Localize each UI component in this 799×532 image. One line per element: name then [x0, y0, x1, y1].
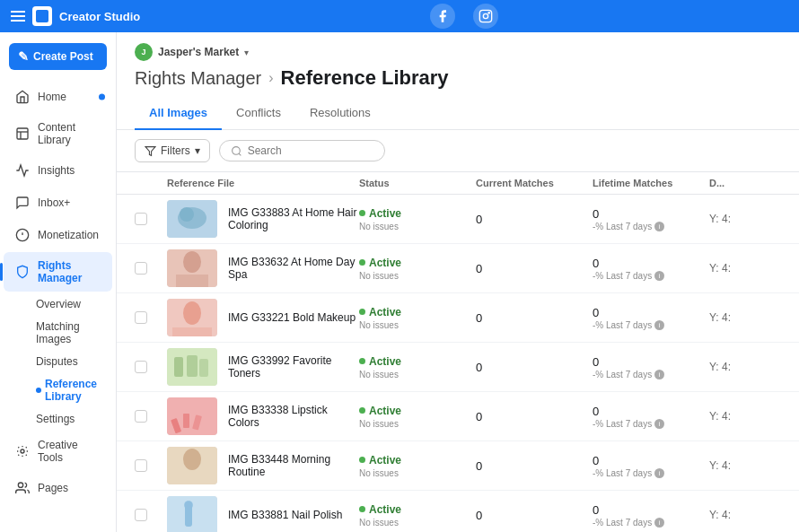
status-active: Active: [359, 405, 476, 417]
row-checkbox[interactable]: [135, 311, 147, 324]
row-checkbox[interactable]: [135, 213, 147, 225]
sidebar-item-rights-manager[interactable]: Rights Manager: [4, 252, 112, 292]
tab-conflicts[interactable]: Conflicts: [222, 99, 295, 130]
sidebar-item-monetization[interactable]: Monetization: [4, 220, 112, 250]
lifetime-matches-cell: 0 -% Last 7 days i: [593, 355, 709, 379]
facebook-nav-button[interactable]: [430, 4, 455, 29]
ref-name: IMG G33992 Favorite Toners: [228, 354, 359, 379]
row-checkbox-wrap: [135, 459, 167, 472]
thumbnail: [167, 397, 217, 435]
status-active: Active: [359, 306, 476, 318]
sub-item-settings[interactable]: Settings: [29, 408, 112, 430]
status-active: Active: [359, 503, 476, 516]
tab-all-images[interactable]: All Images: [135, 99, 222, 130]
sub-item-disputes[interactable]: Disputes: [29, 351, 112, 372]
info-icon[interactable]: i: [654, 320, 664, 330]
sidebar-pages-label: Pages: [38, 482, 68, 494]
svg-point-9: [21, 449, 24, 453]
no-issues-label: No issues: [359, 222, 476, 231]
row-checkbox[interactable]: [135, 459, 147, 472]
info-icon[interactable]: i: [654, 370, 664, 379]
brand-dropdown-icon[interactable]: ▾: [244, 48, 249, 57]
row-checkbox[interactable]: [135, 410, 147, 423]
lifetime-matches-num: 0: [593, 207, 709, 221]
lifetime-matches-num: 0: [593, 355, 709, 369]
svg-point-10: [18, 483, 22, 487]
lifetime-matches-cell: 0 -% Last 7 days i: [593, 503, 709, 528]
svg-rect-22: [172, 327, 212, 336]
tabs: All Images Conflicts Resolutions: [135, 99, 781, 129]
sidebar-monetization-label: Monetization: [38, 229, 99, 241]
svg-rect-25: [187, 355, 198, 377]
ref-file-cell: IMG G33992 Favorite Toners: [167, 348, 359, 386]
breadcrumb-rights-manager[interactable]: Rights Manager: [135, 68, 261, 89]
current-matches-num: 0: [476, 459, 593, 473]
svg-point-18: [183, 251, 201, 273]
sidebar-item-insights[interactable]: Insights: [4, 155, 112, 186]
table-header: Reference File Status Current Matches Li…: [117, 172, 799, 195]
info-icon[interactable]: i: [654, 419, 664, 429]
ref-name: IMG B33632 At Home Day Spa: [228, 256, 359, 281]
status-cell: Active No issues: [359, 306, 476, 330]
date-cell: Y: 4:: [709, 262, 781, 275]
th-lifetime: Lifetime Matches: [593, 178, 709, 188]
date-cell: Y: 4:: [709, 509, 781, 521]
row-checkbox[interactable]: [135, 361, 147, 373]
search-icon: [231, 145, 242, 157]
sub-item-overview[interactable]: Overview: [29, 293, 112, 315]
breadcrumb: Rights Manager › Reference Library: [135, 66, 781, 90]
tab-resolutions[interactable]: Resolutions: [295, 99, 385, 130]
lifetime-matches-sub: -% Last 7 days i: [593, 370, 709, 379]
main-content: J Jasper's Market ▾ Rights Manager › Ref…: [117, 32, 799, 532]
status-label: Active: [369, 306, 401, 318]
row-checkbox-wrap: [135, 213, 167, 225]
thumbnail: [167, 447, 217, 484]
current-matches-num: 0: [476, 213, 593, 226]
status-active: Active: [359, 355, 476, 368]
info-icon[interactable]: i: [654, 222, 664, 231]
table-row: IMG G33992 Favorite Toners Active No iss…: [117, 343, 799, 392]
row-checkbox-wrap: [135, 509, 167, 521]
status-dot: [359, 506, 365, 512]
ref-file-cell: IMG B33632 At Home Day Spa: [167, 249, 359, 287]
sub-item-reference-library[interactable]: Reference Library: [29, 373, 112, 407]
sub-item-matching-images[interactable]: Matching Images: [29, 316, 112, 350]
plus-icon: ✎: [18, 49, 29, 64]
sidebar-item-pages[interactable]: Pages: [4, 473, 112, 503]
table-row: IMG B33448 Morning Routine Active No iss…: [117, 441, 799, 491]
current-matches-cell: 0: [476, 213, 593, 226]
app-body: ✎ Create Post Home Content Library Insig…: [0, 32, 799, 532]
sidebar-item-home[interactable]: Home: [4, 82, 112, 112]
monetization-icon: [14, 227, 31, 243]
row-checkbox[interactable]: [135, 262, 147, 275]
instagram-nav-button[interactable]: [473, 4, 498, 29]
create-post-button[interactable]: ✎ Create Post: [9, 43, 107, 70]
search-wrap: [219, 140, 385, 161]
date-cell: Y: 4:: [709, 410, 781, 423]
row-checkbox-wrap: [135, 311, 167, 324]
search-input[interactable]: [248, 144, 373, 157]
svg-line-13: [239, 153, 241, 155]
table-row: IMG B33338 Lipstick Colors Active No iss…: [117, 392, 799, 441]
hamburger-menu[interactable]: [11, 11, 25, 22]
info-icon[interactable]: i: [654, 468, 664, 478]
row-checkbox[interactable]: [135, 509, 147, 521]
info-icon[interactable]: i: [654, 271, 664, 281]
sidebar: ✎ Create Post Home Content Library Insig…: [0, 32, 117, 532]
thumbnail: [167, 299, 217, 336]
sidebar-item-content-library[interactable]: Content Library: [4, 114, 112, 153]
svg-rect-24: [174, 357, 183, 377]
ref-file-cell: IMG G33883 At Home Hair Coloring: [167, 200, 359, 238]
filters-button[interactable]: Filters ▾: [135, 139, 210, 162]
sidebar-item-inbox[interactable]: Inbox+: [4, 188, 112, 218]
no-issues-label: No issues: [359, 370, 476, 379]
status-active: Active: [359, 454, 476, 467]
rights-manager-submenu: Overview Matching Images Disputes Refere…: [0, 292, 116, 431]
current-matches-cell: 0: [476, 509, 593, 522]
lifetime-matches-num: 0: [593, 454, 709, 467]
info-icon[interactable]: i: [654, 518, 664, 528]
ref-file-cell: IMG B33338 Lipstick Colors: [167, 397, 359, 435]
sidebar-item-creative-tools[interactable]: Creative Tools: [4, 432, 112, 471]
status-cell: Active No issues: [359, 355, 476, 379]
lifetime-matches-num: 0: [593, 405, 709, 418]
